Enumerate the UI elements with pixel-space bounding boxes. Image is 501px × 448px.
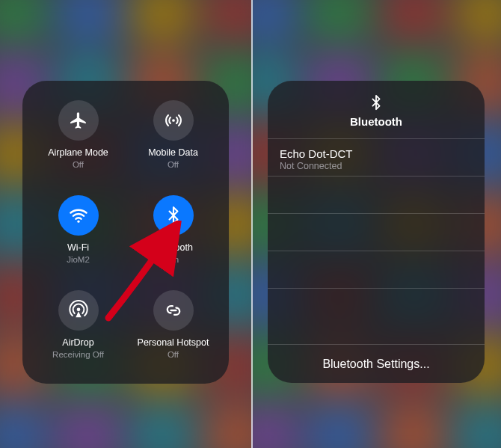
list-item — [268, 288, 485, 325]
tile-label: Wi-Fi — [67, 243, 89, 254]
screenshot-divider — [251, 0, 253, 448]
bluetooth-device-list: Echo Dot-DCT Not Connected — [268, 138, 485, 344]
airplane-icon — [58, 100, 99, 141]
bluetooth-toggle[interactable]: Bluetooth On — [128, 192, 218, 281]
bluetooth-icon — [153, 195, 194, 236]
tile-label: AirDrop — [62, 338, 93, 349]
bluetooth-title: Bluetooth — [350, 115, 402, 128]
tile-label: Airplane Mode — [48, 148, 108, 159]
screenshot-left: Airplane Mode Off Mobile Data Off Wi-Fi … — [0, 0, 251, 448]
device-status: Not Connected — [280, 161, 473, 171]
list-item — [268, 213, 485, 251]
bluetooth-device-row[interactable]: Echo Dot-DCT Not Connected — [268, 138, 485, 176]
bluetooth-settings-button[interactable]: Bluetooth Settings... — [268, 344, 485, 383]
bluetooth-icon — [368, 94, 384, 111]
wifi-icon — [58, 195, 99, 236]
mobile-data-toggle[interactable]: Mobile Data Off — [128, 97, 218, 186]
wifi-toggle[interactable]: Wi-Fi JioM2 — [33, 192, 123, 281]
svg-point-0 — [172, 119, 175, 122]
tile-status: Receiving Off — [52, 350, 104, 359]
list-item — [268, 251, 485, 288]
bluetooth-header: Bluetooth — [268, 81, 485, 138]
antenna-icon — [153, 100, 194, 141]
tile-label: Bluetooth — [153, 243, 193, 254]
tile-label: Personal Hotspot — [138, 338, 209, 349]
tile-label: Mobile Data — [148, 148, 198, 159]
bluetooth-detail-card: Bluetooth Echo Dot-DCT Not Connected Blu… — [268, 81, 485, 383]
hotspot-icon — [153, 290, 194, 331]
device-name: Echo Dot-DCT — [280, 148, 473, 161]
tile-status: Off — [73, 160, 84, 169]
tile-status: On — [167, 255, 179, 264]
tile-status: JioM2 — [67, 255, 90, 264]
airdrop-toggle[interactable]: AirDrop Receiving Off — [33, 287, 123, 376]
bluetooth-settings-label: Bluetooth Settings... — [322, 358, 429, 371]
screenshot-pair: Airplane Mode Off Mobile Data Off Wi-Fi … — [0, 0, 501, 448]
airplane-mode-toggle[interactable]: Airplane Mode Off — [33, 97, 123, 186]
connectivity-card: Airplane Mode Off Mobile Data Off Wi-Fi … — [22, 81, 229, 384]
tile-status: Off — [167, 160, 179, 169]
svg-point-1 — [77, 221, 79, 223]
airdrop-icon — [58, 290, 99, 331]
list-item — [268, 176, 485, 213]
svg-point-2 — [76, 308, 80, 312]
screenshot-right: Bluetooth Echo Dot-DCT Not Connected Blu… — [251, 0, 501, 448]
tile-status: Off — [167, 350, 179, 359]
personal-hotspot-toggle[interactable]: Personal Hotspot Off — [128, 287, 218, 376]
